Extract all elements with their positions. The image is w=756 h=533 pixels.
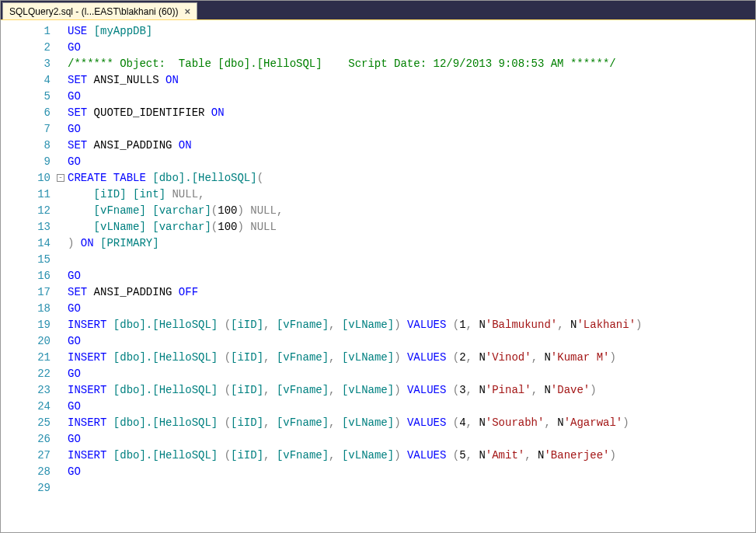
code-line[interactable]: [iID] [int] NULL, <box>68 186 755 203</box>
line-number: 26 <box>1 431 51 448</box>
line-number: 22 <box>1 366 51 382</box>
code-line[interactable] <box>68 480 755 496</box>
code-line[interactable]: SET ANSI_PADDING OFF <box>68 284 755 301</box>
code-line[interactable]: GO <box>68 333 755 350</box>
line-number: 5 <box>1 89 51 105</box>
line-number: 14 <box>1 235 51 252</box>
close-icon[interactable]: × <box>184 5 190 17</box>
code-line[interactable]: INSERT [dbo].[HelloSQL] ([iID], [vFname]… <box>68 448 755 464</box>
fold-column: - <box>57 20 68 532</box>
line-number: 2 <box>1 40 51 56</box>
line-number: 24 <box>1 399 51 415</box>
line-number: 4 <box>1 72 51 89</box>
line-number: 28 <box>1 464 51 480</box>
line-number-gutter: 1234567891011121314151617181920212223242… <box>1 20 57 532</box>
line-number: 27 <box>1 448 51 464</box>
line-number: 20 <box>1 333 51 350</box>
code-line[interactable]: /****** Object: Table [dbo].[HelloSQL] S… <box>68 56 755 72</box>
code-line[interactable]: INSERT [dbo].[HelloSQL] ([iID], [vFname]… <box>68 350 755 366</box>
line-number: 21 <box>1 350 51 366</box>
line-number: 16 <box>1 268 51 284</box>
line-number: 23 <box>1 382 51 399</box>
line-number: 29 <box>1 480 51 496</box>
line-number: 1 <box>1 23 51 40</box>
line-number: 25 <box>1 415 51 431</box>
code-line[interactable]: SET QUOTED_IDENTIFIER ON <box>68 105 755 121</box>
code-line[interactable]: GO <box>68 268 755 284</box>
code-line[interactable]: GO <box>68 40 755 56</box>
code-line[interactable]: SET ANSI_NULLS ON <box>68 72 755 89</box>
code-line[interactable]: GO <box>68 464 755 480</box>
line-number: 18 <box>1 301 51 317</box>
line-number: 10 <box>1 170 51 186</box>
tab-active[interactable]: SQLQuery2.sql - (l...EAST\blakhani (60))… <box>2 2 197 19</box>
code-line[interactable] <box>68 252 755 268</box>
line-number: 11 <box>1 186 51 203</box>
line-number: 7 <box>1 121 51 138</box>
line-number: 15 <box>1 252 51 268</box>
code-line[interactable]: [vLName] [varchar](100) NULL <box>68 219 755 235</box>
code-line[interactable]: [vFname] [varchar](100) NULL, <box>68 203 755 219</box>
code-line[interactable]: INSERT [dbo].[HelloSQL] ([iID], [vFname]… <box>68 415 755 431</box>
code-line[interactable]: CREATE TABLE [dbo].[HelloSQL]( <box>68 170 755 186</box>
code-line[interactable]: USE [myAppDB] <box>68 23 755 40</box>
tab-bar: SQLQuery2.sql - (l...EAST\blakhani (60))… <box>1 1 755 19</box>
code-line[interactable]: GO <box>68 301 755 317</box>
line-number: 12 <box>1 203 51 219</box>
code-line[interactable]: GO <box>68 366 755 382</box>
fold-toggle-icon[interactable]: - <box>57 174 64 182</box>
code-line[interactable]: GO <box>68 121 755 138</box>
code-line[interactable]: ) ON [PRIMARY] <box>68 235 755 252</box>
code-line[interactable]: INSERT [dbo].[HelloSQL] ([iID], [vFname]… <box>68 317 755 333</box>
line-number: 8 <box>1 138 51 154</box>
code-area[interactable]: USE [myAppDB]GO/****** Object: Table [db… <box>68 20 755 532</box>
line-number: 17 <box>1 284 51 301</box>
code-line[interactable]: GO <box>68 89 755 105</box>
code-line[interactable]: SET ANSI_PADDING ON <box>68 138 755 154</box>
tab-label: SQLQuery2.sql - (l...EAST\blakhani (60)) <box>9 6 178 17</box>
code-line[interactable]: GO <box>68 431 755 448</box>
line-number: 6 <box>1 105 51 121</box>
code-editor[interactable]: 1234567891011121314151617181920212223242… <box>1 19 755 532</box>
line-number: 3 <box>1 56 51 72</box>
code-line[interactable]: GO <box>68 154 755 170</box>
code-line[interactable]: GO <box>68 399 755 415</box>
line-number: 19 <box>1 317 51 333</box>
line-number: 13 <box>1 219 51 235</box>
code-line[interactable]: INSERT [dbo].[HelloSQL] ([iID], [vFname]… <box>68 382 755 399</box>
line-number: 9 <box>1 154 51 170</box>
